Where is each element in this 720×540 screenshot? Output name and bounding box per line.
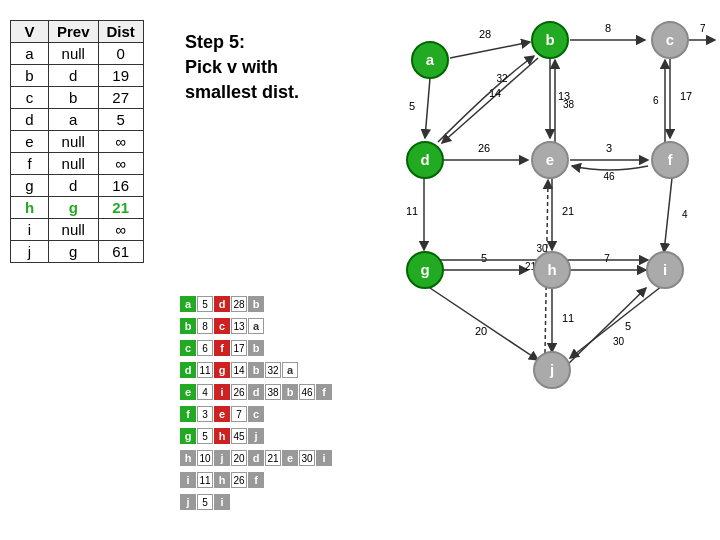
bar-node: f <box>316 384 332 400</box>
bar-node: g <box>180 428 196 444</box>
bar-node: c <box>180 340 196 356</box>
bar-row-i: i 11 h 26 f <box>180 471 333 489</box>
bar-node: d <box>248 384 264 400</box>
cell-dist: 21 <box>98 197 143 219</box>
svg-text:20: 20 <box>475 325 487 337</box>
col-dist: Dist <box>98 21 143 43</box>
svg-line-42 <box>664 178 672 252</box>
svg-text:4: 4 <box>682 209 688 220</box>
svg-text:5: 5 <box>409 100 415 112</box>
svg-text:7: 7 <box>604 253 610 264</box>
bar-node: f <box>214 340 230 356</box>
bar-node: b <box>248 362 264 378</box>
step-description: Step 5: Pick v with smallest dist. <box>185 30 299 106</box>
cell-dist: 5 <box>98 109 143 131</box>
bar-node: d <box>248 450 264 466</box>
svg-line-6 <box>425 78 430 138</box>
bar-node: i <box>214 494 230 510</box>
svg-text:11: 11 <box>406 205 418 217</box>
graph-container: 28 8 13 5 14 32 17 7 26 38 3 6 <box>330 0 720 434</box>
pick-label: Pick v with <box>185 55 299 80</box>
cell-v: a <box>11 43 49 65</box>
svg-text:i: i <box>663 261 667 278</box>
cell-prev: null <box>49 43 99 65</box>
distance-table: V Prev Dist anull0bd19cb27da5enull∞fnull… <box>10 20 144 263</box>
svg-line-38 <box>570 286 662 358</box>
cell-dist: ∞ <box>98 131 143 153</box>
svg-text:32: 32 <box>496 73 508 84</box>
cell-v: g <box>11 175 49 197</box>
bar-node: a <box>282 362 298 378</box>
cell-v: c <box>11 87 49 109</box>
svg-text:b: b <box>545 31 554 48</box>
cell-prev: d <box>49 175 99 197</box>
svg-text:g: g <box>420 261 429 278</box>
svg-text:j: j <box>549 361 554 378</box>
bar-node: a <box>248 318 264 334</box>
step-number: Step 5: <box>185 30 299 55</box>
bar-node: b <box>248 296 264 312</box>
bar-row-c: c 6 f 17 b <box>180 339 333 357</box>
cell-dist: 61 <box>98 241 143 263</box>
svg-text:6: 6 <box>653 95 659 106</box>
bar-node: h <box>214 428 230 444</box>
cell-dist: 27 <box>98 87 143 109</box>
bar-node: g <box>214 362 230 378</box>
cell-dist: 0 <box>98 43 143 65</box>
bar-row-f: f 3 e 7 c <box>180 405 333 423</box>
col-prev: Prev <box>49 21 99 43</box>
bar-node: h <box>214 472 230 488</box>
bar-node: c <box>248 406 264 422</box>
bar-row-d: d 11 g 14 b 32 a <box>180 361 333 379</box>
table-section: V Prev Dist anull0bd19cb27da5enull∞fnull… <box>10 20 144 263</box>
bar-node: i <box>316 450 332 466</box>
cell-dist: 16 <box>98 175 143 197</box>
smallest-label: smallest dist. <box>185 80 299 105</box>
svg-text:38: 38 <box>563 99 575 110</box>
svg-text:c: c <box>666 31 674 48</box>
svg-line-8 <box>442 58 538 143</box>
cell-prev: b <box>49 87 99 109</box>
bar-node: b <box>180 318 196 334</box>
bar-node: h <box>180 450 196 466</box>
bar-node: b <box>282 384 298 400</box>
bar-row-b: b 8 c 13 a <box>180 317 333 335</box>
bar-node: f <box>180 406 196 422</box>
cell-prev: a <box>49 109 99 131</box>
svg-text:17: 17 <box>680 90 692 102</box>
svg-text:8: 8 <box>605 22 611 34</box>
cell-dist: ∞ <box>98 219 143 241</box>
bar-node: c <box>214 318 230 334</box>
svg-text:21: 21 <box>562 205 574 217</box>
bar-node: a <box>180 296 196 312</box>
svg-line-44 <box>562 288 646 370</box>
cell-v: j <box>11 241 49 263</box>
svg-text:11: 11 <box>562 312 574 324</box>
svg-line-0 <box>450 42 530 58</box>
bar-node: i <box>214 384 230 400</box>
bars-section: a 5 d 28 b b 8 c 13 a c 6 f 17 b d 11 g … <box>180 295 333 513</box>
cell-prev: null <box>49 219 99 241</box>
bar-node: j <box>248 428 264 444</box>
svg-text:14: 14 <box>489 87 501 99</box>
col-v: V <box>11 21 49 43</box>
svg-text:h: h <box>547 261 556 278</box>
graph-svg: 28 8 13 5 14 32 17 7 26 38 3 6 <box>330 0 720 430</box>
bar-row-g: g 5 h 45 j <box>180 427 333 445</box>
bar-row-j: j 5 i <box>180 493 333 511</box>
svg-text:5: 5 <box>625 320 631 332</box>
cell-v: d <box>11 109 49 131</box>
bar-node: d <box>180 362 196 378</box>
svg-text:e: e <box>546 151 554 168</box>
svg-text:7: 7 <box>700 23 706 34</box>
cell-dist: ∞ <box>98 153 143 175</box>
svg-text:28: 28 <box>479 28 491 40</box>
svg-text:d: d <box>420 151 429 168</box>
bar-node: d <box>214 296 230 312</box>
svg-line-34 <box>430 288 538 360</box>
svg-text:a: a <box>426 51 435 68</box>
cell-prev: null <box>49 131 99 153</box>
cell-prev: null <box>49 153 99 175</box>
svg-text:5: 5 <box>481 252 487 264</box>
bar-row-h: h 10 j 20 d 21 e 30 i <box>180 449 333 467</box>
